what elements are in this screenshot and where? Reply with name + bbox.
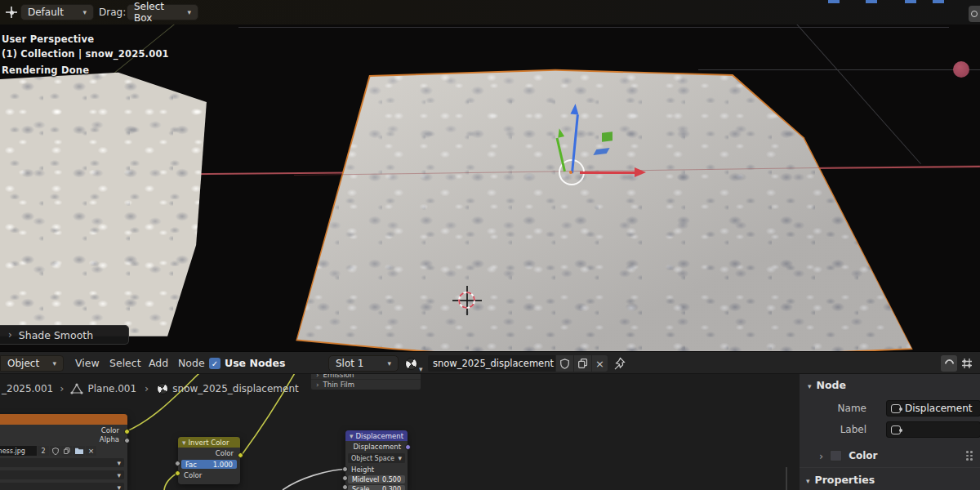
- image-filename-field[interactable]: K_Roughness.jpg: [0, 446, 37, 456]
- gizmo-x-arrowhead[interactable]: [635, 167, 646, 177]
- topbar-cut-widget: [866, 0, 877, 3]
- folder-icon: [75, 448, 83, 454]
- cursor-3d-ring-red: [458, 292, 475, 309]
- proportional-edit-button[interactable]: [941, 355, 957, 372]
- material-name-field[interactable]: snow_2025_displacement: [428, 355, 555, 372]
- displacement-space-dropdown[interactable]: Object Space: [348, 453, 405, 463]
- displacement-height-label: Height: [345, 463, 408, 474]
- label-label: Label: [840, 424, 866, 435]
- breadcrumb-object[interactable]: Plane.001: [87, 383, 136, 394]
- shader-editor-header: Object View Select Add Node ✓ Use Nodes …: [0, 351, 980, 374]
- socket-image-alpha-out[interactable]: [124, 438, 130, 443]
- node-icon: [891, 404, 901, 413]
- snow-plane-secondary[interactable]: [0, 65, 209, 343]
- collapsed-chevron-icon: [819, 450, 823, 462]
- node-section-header[interactable]: Node: [800, 374, 980, 391]
- grid-line-horizontal-far: [238, 27, 949, 28]
- section-expand-icon: [808, 379, 812, 391]
- gizmo-origin-dot: [569, 171, 572, 174]
- pin-button[interactable]: [612, 357, 626, 373]
- socket-displacement-out[interactable]: [405, 444, 411, 450]
- material-browse-chevron-icon[interactable]: [419, 359, 423, 375]
- image-open-button[interactable]: [73, 446, 85, 456]
- node-displacement[interactable]: Displacement Displacement Object Space H…: [345, 430, 408, 490]
- breadcrumb-nodetree[interactable]: _2025.001: [2, 383, 53, 394]
- magnifier-icon: [971, 11, 978, 17]
- menu-select[interactable]: Select: [105, 357, 146, 369]
- image-projection-dropdown[interactable]: [0, 470, 124, 479]
- material-icon: [157, 383, 168, 394]
- mesh-data-icon: [70, 383, 83, 394]
- collapse-chevron-icon[interactable]: [350, 432, 354, 440]
- displacement-scale-field[interactable]: Scale0.300: [348, 485, 405, 490]
- node-name-field[interactable]: Displacement: [886, 400, 980, 416]
- topbar-cut-widget: [828, 0, 840, 3]
- snap-grid-icon: [961, 358, 973, 369]
- unlink-material-button[interactable]: ×: [592, 355, 608, 372]
- new-material-button[interactable]: [574, 355, 591, 372]
- node-label-field[interactable]: [886, 421, 980, 438]
- menu-node[interactable]: Node: [173, 357, 210, 369]
- socket-invert-fac-in[interactable]: [175, 461, 180, 466]
- material-preview-icon[interactable]: [405, 358, 417, 370]
- color-swatch[interactable]: [830, 450, 842, 461]
- image-output-alpha-label: Alpha: [0, 434, 127, 443]
- snow-plane-object[interactable]: [294, 68, 915, 351]
- use-nodes-checkbox[interactable]: ✓: [209, 358, 220, 369]
- panel-row-thin-film[interactable]: Thin Film: [311, 380, 421, 390]
- displacement-midlevel-field[interactable]: Midlevel0.500: [348, 475, 405, 483]
- socket-displacement-midlevel-in[interactable]: [342, 475, 348, 481]
- image-interpolation-dropdown[interactable]: [0, 458, 124, 467]
- drag-mode-dropdown[interactable]: Select Box: [127, 4, 198, 20]
- socket-invert-color-out[interactable]: [238, 452, 243, 458]
- breadcrumb-separator-icon: [60, 382, 64, 394]
- socket-displacement-scale-in[interactable]: [342, 484, 348, 490]
- socket-displacement-height-in[interactable]: [342, 466, 348, 472]
- gizmo-plane-handle-green[interactable]: [602, 131, 612, 141]
- node-name-row: Name Displacement: [800, 400, 980, 417]
- menu-view[interactable]: View: [70, 357, 105, 369]
- fake-user-button[interactable]: [556, 355, 573, 372]
- image-copy-button[interactable]: [61, 446, 72, 456]
- tool-preset-dropdown[interactable]: Default: [20, 4, 94, 20]
- drag-grip-icon[interactable]: [966, 451, 973, 461]
- viewport-3d[interactable]: User Perspective (1) Collection | snow_2…: [0, 0, 980, 351]
- active-tool-icon: [6, 7, 17, 18]
- menu-add[interactable]: Add: [144, 357, 173, 369]
- invert-output-label: Color: [178, 448, 240, 457]
- node-sidebar: Node Name Displacement Label Color Prope…: [799, 374, 980, 490]
- operator-panel-shade-smooth[interactable]: Shade Smooth: [0, 325, 129, 345]
- shield-icon: [560, 359, 569, 369]
- image-extension-dropdown[interactable]: [0, 483, 124, 490]
- color-subpanel-row[interactable]: Color: [800, 448, 980, 464]
- gizmo-x-axis-handle[interactable]: [580, 172, 635, 174]
- material-slot-dropdown[interactable]: Slot 1: [328, 355, 399, 372]
- viewport-zoom-button[interactable]: [969, 6, 980, 22]
- socket-invert-color-in[interactable]: [175, 470, 180, 476]
- shader-type-dropdown[interactable]: Object: [0, 355, 64, 372]
- breadcrumb-material[interactable]: snow_2025_displacement: [172, 383, 298, 394]
- node-invert-color[interactable]: Invert Color Color Fac1.000 Color: [178, 437, 240, 484]
- image-users-count[interactable]: 2: [38, 446, 49, 456]
- topbar-cut-widget: [905, 0, 916, 3]
- node-displacement-header[interactable]: Displacement: [345, 430, 408, 441]
- use-nodes-label[interactable]: Use Nodes: [225, 357, 285, 369]
- copy-icon: [578, 359, 588, 368]
- node-image-texture[interactable]: Color Alpha K_Roughness.jpg 2 ×: [0, 414, 127, 490]
- socket-image-color-out[interactable]: [124, 429, 130, 434]
- color-subpanel-label: Color: [849, 450, 877, 461]
- invert-fac-slider[interactable]: Fac1.000: [181, 460, 237, 469]
- nav-gizmo-axis-ball[interactable]: [953, 61, 969, 78]
- image-unlink-button[interactable]: ×: [86, 446, 96, 456]
- properties-section-header[interactable]: Properties: [800, 467, 875, 486]
- snapping-button[interactable]: [959, 355, 975, 372]
- gizmo-z-arrowhead[interactable]: [570, 104, 579, 115]
- section-expand-icon: [806, 474, 810, 486]
- node-image-texture-header[interactable]: [0, 414, 127, 425]
- breadcrumb: _2025.001 Plane.001 snow_2025_displaceme…: [2, 382, 299, 394]
- image-fake-user-button[interactable]: [50, 446, 60, 456]
- node-invert-color-header[interactable]: Invert Color: [178, 437, 240, 448]
- expand-chevron-icon: [316, 381, 319, 389]
- viewport-render-status: Rendering Done: [2, 65, 89, 76]
- collapse-chevron-icon[interactable]: [182, 439, 186, 447]
